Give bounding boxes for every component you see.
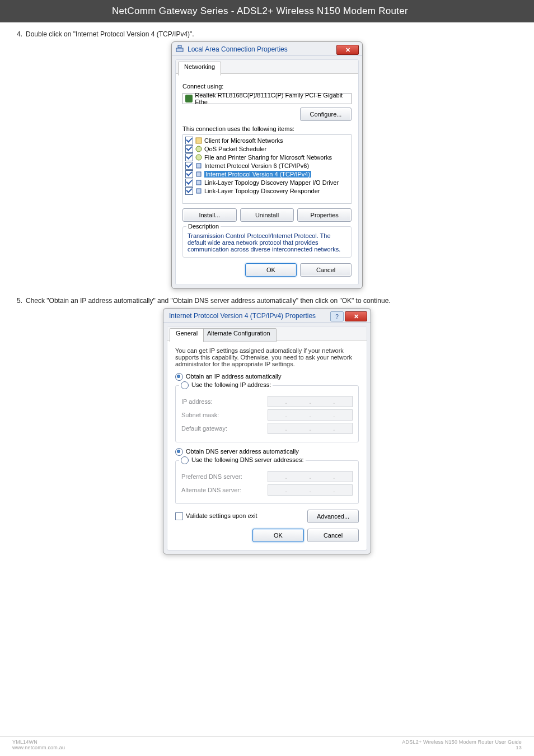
ok-button[interactable]: OK [252,529,304,542]
cancel-button[interactable]: Cancel [307,529,359,542]
list-item[interactable]: QoS Packet Scheduler [185,144,349,153]
svg-rect-8 [196,189,201,193]
svg-rect-0 [176,48,183,52]
list-item-label: Link-Layer Topology Discovery Responder [204,188,320,194]
service-icon [195,153,203,161]
list-item-label: Internet Protocol Version 4 (TCP/IPv4) [204,171,311,178]
svg-rect-5 [196,164,201,168]
lac-dialog: Local Area Connection Properties ✕ Netwo… [171,41,363,289]
subnet-mask-label: Subnet mask: [181,412,219,418]
validate-label: Validate settings upon exit [186,512,257,519]
list-item[interactable]: Internet Protocol Version 6 (TCP/IPv6) [185,161,349,170]
radio-icon [175,373,183,381]
default-gateway-label: Default gateway: [181,425,227,432]
page-footer: YML14WN www.netcomm.com.au ADSL2+ Wirele… [0,736,534,756]
networking-icon [176,45,184,53]
lac-title-text: Local Area Connection Properties [188,45,288,53]
preferred-dns-field: ... [268,471,353,482]
list-item[interactable]: Client for Microsoft Networks [185,136,349,144]
install-button[interactable]: Install... [182,208,237,222]
close-button[interactable]: ✕ [345,311,367,321]
step-4: 4.Double click on "Internet Protocol Ver… [15,30,534,38]
tab-alternate-configuration[interactable]: Alternate Configuration [201,328,277,342]
footer-left-1: YML14WN [12,739,65,745]
ipv4-help-text: You can get IP settings assigned automat… [175,347,359,367]
alternate-dns-field: ... [268,484,353,496]
svg-point-3 [196,146,202,152]
list-item-label: File and Printer Sharing for Microsoft N… [204,154,332,161]
radio-obtain-ip-auto[interactable]: Obtain an IP address automatically [175,373,359,381]
ipv4-dialog: Internet Protocol Version 4 (TCP/IPv4) P… [163,308,371,554]
properties-button[interactable]: Properties [297,208,352,222]
lac-titlebar[interactable]: Local Area Connection Properties ✕ [172,42,362,56]
radio-use-following-dns[interactable]: Use the following DNS server addresses: [181,456,304,463]
protocol-icon [195,162,203,170]
list-item-selected[interactable]: Internet Protocol Version 4 (TCP/IPv4) [185,170,349,178]
adapter-field: Realtek RTL8168C(P)/8111C(P) Family PCI-… [182,93,352,104]
list-item-label: Client for Microsoft Networks [204,137,283,144]
radio-icon [175,448,183,456]
tab-general[interactable]: General [170,328,204,342]
protocol-icon [195,170,203,178]
radio-use-following-ip[interactable]: Use the following IP address: [181,381,271,388]
tab-networking[interactable]: Networking [178,62,221,76]
checkbox[interactable] [185,145,193,153]
checkbox[interactable] [185,162,193,170]
service-icon [195,145,203,153]
checkbox[interactable] [185,187,193,195]
radio-obtain-dns-auto[interactable]: Obtain DNS server address automatically [175,448,359,456]
group-use-following-ip: Use the following IP address: IP address… [175,385,359,442]
list-item-label: QoS Packet Scheduler [204,146,266,152]
close-icon: ✕ [345,47,350,53]
radio-label: Obtain an IP address automatically [186,373,281,380]
adapter-text: Realtek RTL8168C(P)/8111C(P) Family PCI-… [195,92,349,105]
uses-items-label: This connection uses the following items… [182,125,352,132]
validate-checkbox-row[interactable]: Validate settings upon exit [175,512,257,520]
default-gateway-field: ... [268,423,353,434]
radio-label: Use the following DNS server addresses: [191,456,304,463]
list-item-label: Link-Layer Topology Discovery Mapper I/O… [204,179,339,186]
checkbox[interactable] [185,170,193,178]
description-group: Description Transmission Control Protoco… [182,226,352,258]
close-icon: ✕ [354,314,359,320]
footer-right-1: ADSL2+ Wireless N150 Modem Router User G… [402,739,522,745]
uninstall-button[interactable]: Uninstall [240,208,294,222]
radio-label: Use the following IP address: [191,381,271,388]
close-button[interactable]: ✕ [336,45,359,55]
nic-icon [185,95,193,102]
help-button[interactable]: ? [330,311,344,321]
client-icon [195,137,203,144]
radio-icon [181,381,189,389]
cancel-button[interactable]: Cancel [300,263,352,277]
advanced-button[interactable]: Advanced... [307,510,359,523]
radio-icon [181,456,189,464]
step-5: 5.Check "Obtain an IP address automatica… [15,297,534,305]
list-item-label: Internet Protocol Version 6 (TCP/IPv6) [204,162,309,169]
description-text: Transmission Control Protocol/Internet P… [188,232,346,253]
radio-label: Obtain DNS server address automatically [186,448,299,455]
preferred-dns-label: Preferred DNS server: [181,473,242,480]
svg-rect-6 [196,172,201,176]
ip-address-label: IP address: [181,398,212,405]
list-item[interactable]: Link-Layer Topology Discovery Responder [185,186,349,195]
ip-address-field: ... [268,396,353,407]
ipv4-title-text: Internet Protocol Version 4 (TCP/IPv4) P… [169,312,316,320]
group-use-following-dns: Use the following DNS server addresses: … [175,460,359,504]
step-5-text: Check "Obtain an IP address automaticall… [26,297,391,305]
checkbox[interactable] [185,179,193,186]
svg-rect-7 [196,180,201,185]
ipv4-titlebar[interactable]: Internet Protocol Version 4 (TCP/IPv4) P… [163,309,371,323]
checkbox[interactable] [175,512,183,520]
checkbox[interactable] [185,153,193,161]
components-listbox[interactable]: Client for Microsoft Networks QoS Packet… [182,134,352,204]
svg-rect-2 [196,138,202,143]
protocol-icon [195,179,203,186]
checkbox[interactable] [185,137,193,144]
ok-button[interactable]: OK [245,263,297,277]
protocol-icon [195,187,203,195]
page-banner: NetComm Gateway Series - ADSL2+ Wireless… [0,0,534,22]
configure-button[interactable]: Configure... [300,108,352,121]
list-item[interactable]: Link-Layer Topology Discovery Mapper I/O… [185,178,349,186]
list-item[interactable]: File and Printer Sharing for Microsoft N… [185,153,349,161]
subnet-mask-field: ... [268,409,353,421]
